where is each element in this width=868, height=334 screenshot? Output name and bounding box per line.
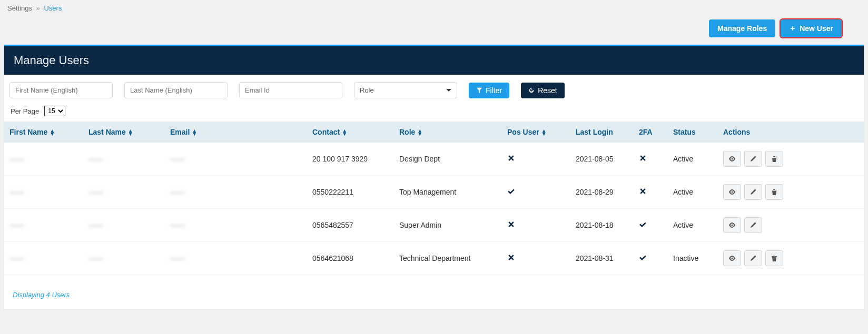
reset-icon [528,87,535,94]
edit-button[interactable] [744,151,762,167]
col-last-login: Last Login [570,122,634,143]
cell-status: Active [668,176,718,209]
x-icon [507,221,515,230]
check-icon [507,188,515,197]
filter-icon [476,87,482,94]
last-name-input[interactable] [124,82,228,98]
cell-status: Active [668,143,718,176]
delete-button[interactable] [765,151,783,167]
table-row: ——————20 100 917 3929Design Dept2021-08-… [4,143,864,176]
col-role[interactable]: Role▲▼ [394,122,502,143]
view-button[interactable] [723,184,741,200]
breadcrumb: Settings » Users [0,0,868,16]
per-page-row: Per Page 15 [4,102,864,122]
cell-pos-user [502,209,570,242]
edit-button[interactable] [744,217,762,233]
breadcrumb-current[interactable]: Users [44,4,62,12]
table-row: ——————0565482557Super Admin2021-08-18Act… [4,209,864,242]
cell-contact: 20 100 917 3929 [307,143,394,176]
cell-actions [718,242,864,275]
users-table: First Name▲▼ Last Name▲▼ Email▲▼ Contact… [4,122,864,275]
col-2fa: 2FA [634,122,668,143]
cell-role: Top Management [394,176,502,209]
edit-button[interactable] [744,250,762,266]
x-icon [639,155,647,164]
role-select-label: Role [360,86,374,94]
cell-2fa [634,143,668,176]
cell-last-name: —— [88,221,103,229]
breadcrumb-root: Settings [7,4,32,12]
cell-last-login: 2021-08-31 [570,242,634,275]
col-last-name[interactable]: Last Name▲▼ [83,122,165,143]
cell-last-login: 2021-08-05 [570,143,634,176]
cell-last-login: 2021-08-18 [570,209,634,242]
cell-first-name: —— [9,254,24,262]
x-icon [507,255,515,263]
cell-contact: 0550222211 [307,176,394,209]
caret-down-icon [446,89,451,92]
sort-icon: ▲▼ [342,129,347,136]
col-contact[interactable]: Contact▲▼ [307,122,394,143]
cell-2fa [634,242,668,275]
cell-role: Design Dept [394,143,502,176]
col-first-name[interactable]: First Name▲▼ [4,122,83,143]
col-status: Status [668,122,718,143]
cell-pos-user [502,176,570,209]
panel-title: Manage Users [4,46,864,75]
plus-icon: ＋ [789,24,796,33]
cell-status: Inactive [668,242,718,275]
x-icon [507,155,515,164]
filters-row: Role Filter Reset [4,75,864,102]
cell-pos-user [502,143,570,176]
cell-last-name: —— [88,155,103,163]
sort-icon: ▲▼ [417,129,422,136]
cell-contact: 0564621068 [307,242,394,275]
cell-actions [718,176,864,209]
cell-last-name: —— [88,188,103,196]
check-icon [639,221,647,230]
cell-2fa [634,176,668,209]
email-input[interactable] [239,82,342,98]
filter-button[interactable]: Filter [469,83,509,98]
sort-icon: ▲▼ [192,129,197,136]
new-user-button[interactable]: ＋ New User [781,19,842,37]
reset-button-label: Reset [538,86,557,95]
cell-status: Active [668,209,718,242]
per-page-label: Per Page [11,107,39,115]
footer-note: Displaying 4 Users [4,275,864,309]
x-icon [639,188,647,197]
cell-email: —— [170,221,185,229]
edit-button[interactable] [744,184,762,200]
delete-button[interactable] [765,250,783,266]
col-pos-user[interactable]: Pos User▲▼ [502,122,570,143]
col-email[interactable]: Email▲▼ [165,122,307,143]
view-button[interactable] [723,151,741,167]
cell-last-name: —— [88,254,103,262]
cell-actions [718,143,864,176]
sort-icon: ▲▼ [128,129,133,136]
filter-button-label: Filter [486,86,502,95]
delete-button[interactable] [765,184,783,200]
cell-email: —— [170,254,185,262]
col-actions: Actions [718,122,864,143]
cell-last-login: 2021-08-29 [570,176,634,209]
breadcrumb-separator: » [36,4,40,12]
cell-first-name: —— [9,188,24,196]
users-panel: Manage Users Role Filter Reset Per Page … [4,45,864,309]
cell-role: Technical Department [394,242,502,275]
sort-icon: ▲▼ [541,129,547,136]
cell-role: Super Admin [394,209,502,242]
manage-roles-label: Manage Roles [717,24,767,33]
role-select[interactable]: Role [354,82,457,98]
reset-button[interactable]: Reset [521,83,565,98]
manage-roles-button[interactable]: Manage Roles [709,19,775,37]
cell-first-name: —— [9,155,24,163]
cell-email: —— [170,155,185,163]
view-button[interactable] [723,217,741,233]
first-name-input[interactable] [9,82,113,98]
view-button[interactable] [723,250,741,266]
cell-2fa [634,209,668,242]
per-page-select[interactable]: 15 [44,106,65,116]
table-row: ——————0564621068Technical Department2021… [4,242,864,275]
cell-actions [718,209,864,242]
